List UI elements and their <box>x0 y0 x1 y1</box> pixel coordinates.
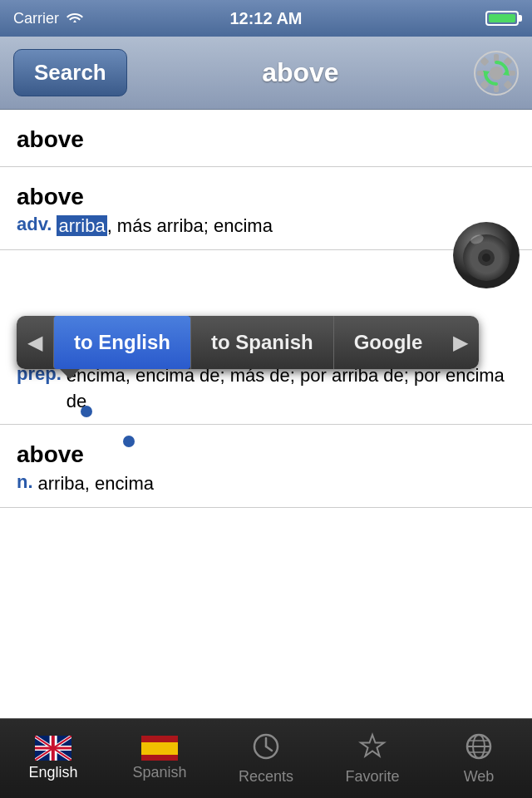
popup-menu: ◀ to English to Spanish Google ▶ <box>17 316 479 369</box>
svg-point-16 <box>482 254 490 262</box>
clock-icon <box>252 732 280 765</box>
entry-1: above <box>0 110 532 167</box>
entry-word-2: above <box>17 184 515 210</box>
nav-bar: Search above <box>0 37 532 110</box>
entry-def-3: encima, encima de; más de; por arriba de… <box>66 363 515 415</box>
entry-def-2: arriba, más arriba; encima <box>57 214 273 239</box>
popup-next-arrow[interactable]: ▶ <box>442 316 479 369</box>
entry-word-1: above <box>17 126 515 153</box>
entry-def-4: arriba, encima <box>38 471 154 497</box>
time-display: 12:12 AM <box>229 9 302 28</box>
popup-to-spanish[interactable]: to Spanish <box>190 316 333 369</box>
tab-recents-label: Recents <box>239 768 293 786</box>
entry-4: above n. arriba, encima <box>0 425 532 508</box>
selection-handle-left[interactable] <box>81 406 92 417</box>
gear-icon <box>474 51 519 96</box>
content-area: above above adv. arriba, más arriba; enc… <box>0 110 532 718</box>
selection-handle-right[interactable] <box>123 436 135 447</box>
tab-web[interactable]: Web <box>426 719 532 798</box>
svg-line-20 <box>266 746 272 751</box>
status-bar: Carrier 12:12 AM <box>0 0 532 37</box>
battery-indicator <box>485 11 519 26</box>
tab-web-label: Web <box>464 768 495 786</box>
tab-english-label: English <box>28 764 77 781</box>
popup-prev-arrow[interactable]: ◀ <box>17 316 53 369</box>
popup-google[interactable]: Google <box>333 316 443 369</box>
settings-button[interactable] <box>474 51 519 96</box>
entry-pos-2: adv. <box>17 214 52 234</box>
search-button[interactable]: Search <box>13 49 127 96</box>
tab-favorite[interactable]: Favorite <box>319 719 426 798</box>
speaker-icon <box>449 218 524 293</box>
es-flag-icon <box>141 736 178 761</box>
svg-marker-21 <box>361 735 384 756</box>
tab-recents[interactable]: Recents <box>213 719 319 798</box>
speaker-container <box>449 218 524 296</box>
tab-spanish[interactable]: Spanish <box>106 719 213 798</box>
tab-spanish-label: Spanish <box>132 764 186 781</box>
entry-pos-4: n. <box>17 471 33 493</box>
popup-to-english[interactable]: to English <box>53 316 190 369</box>
selected-word: arriba <box>57 215 106 236</box>
wifi-icon <box>66 10 84 27</box>
page-title: above <box>262 57 338 88</box>
tab-english[interactable]: English <box>0 719 106 798</box>
carrier-label: Carrier <box>13 10 59 27</box>
globe-icon <box>465 732 493 765</box>
entry-word-4: above <box>17 441 515 468</box>
svg-point-1 <box>490 66 503 80</box>
tab-favorite-label: Favorite <box>345 768 399 786</box>
tab-bar: English Spanish Recents Favorite <box>0 718 532 798</box>
star-icon <box>358 732 387 765</box>
uk-flag-icon <box>35 736 71 761</box>
